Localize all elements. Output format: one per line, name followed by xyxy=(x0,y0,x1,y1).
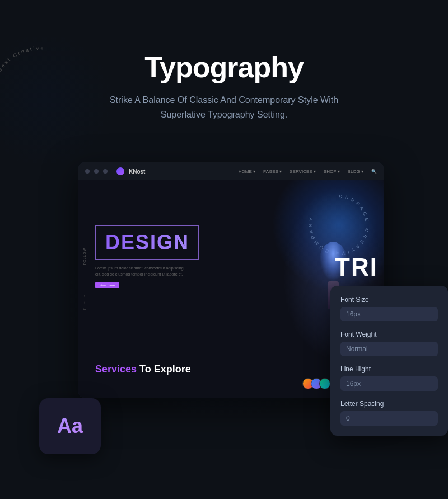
social-i: in xyxy=(83,307,86,311)
page-title: Typography xyxy=(0,50,448,84)
font-weight-value[interactable]: Normal xyxy=(340,342,438,356)
browser-dot-1 xyxy=(85,169,90,174)
services-label: Services xyxy=(95,363,137,375)
nav-search: 🔍 xyxy=(371,169,377,174)
view-more-button[interactable]: view more xyxy=(95,282,119,288)
nav-services: SERVICES ▾ xyxy=(290,169,316,174)
design-text-box: DESIGN xyxy=(95,225,199,260)
nav-shop: SHOP ▾ xyxy=(324,169,340,174)
browser-logo-text: KNost xyxy=(129,169,145,175)
nav-blog: BLOG ▾ xyxy=(348,169,363,174)
line-height-label: Line Hight xyxy=(340,365,438,373)
font-weight-section: Font Weight Normal xyxy=(340,330,438,356)
social-t: t xyxy=(84,301,85,304)
line-height-value[interactable]: 16px xyxy=(340,376,438,391)
typography-panel: Font Size 16px Font Weight Normal Line H… xyxy=(330,286,448,436)
page-header: Typography Strike A Balance Of Classic A… xyxy=(0,50,448,122)
browser-bar: KNost HOME ▾ PAGES ▾ SERVICES ▾ SHOP ▾ B… xyxy=(78,162,384,180)
design-description: Lorem ipsum dolor sit amet, consectetur … xyxy=(95,265,185,277)
design-hero: DESIGN Lorem ipsum dolor sit amet, conse… xyxy=(95,225,274,288)
browser-dot-3 xyxy=(103,169,108,174)
follow-line xyxy=(85,268,85,291)
letter-spacing-value[interactable]: 0 xyxy=(340,411,438,426)
font-size-section: Font Size 16px xyxy=(340,296,438,321)
letter-spacing-label: Letter Spacing xyxy=(340,400,438,408)
font-size-label: Font Size xyxy=(340,296,438,304)
browser-dot-2 xyxy=(94,169,99,174)
aa-typography-icon: Aa xyxy=(39,398,101,454)
nav-pages: PAGES ▾ xyxy=(263,169,282,174)
follow-sidebar: FOLLOW f t in xyxy=(83,248,86,311)
letter-spacing-section: Letter Spacing 0 xyxy=(340,400,438,426)
line-height-section: Line Hight 16px xyxy=(340,365,438,391)
social-f: f xyxy=(84,294,85,297)
tri-text: TRI xyxy=(335,253,378,281)
follow-label: FOLLOW xyxy=(83,248,86,265)
font-size-value[interactable]: 16px xyxy=(340,307,438,321)
browser-nav: HOME ▾ PAGES ▾ SERVICES ▾ SHOP ▾ BLOG ▾ … xyxy=(239,169,377,174)
explore-label: To Explore xyxy=(139,363,191,375)
font-weight-label: Font Weight xyxy=(340,330,438,338)
main-content: KNost HOME ▾ PAGES ▾ SERVICES ▾ SHOP ▾ B… xyxy=(45,162,437,477)
avatar-3 xyxy=(319,378,330,389)
page-subtitle: Strike A Balance Of Classic And Contempo… xyxy=(90,93,358,122)
browser-logo-icon xyxy=(116,167,124,175)
design-text: DESIGN xyxy=(105,231,189,254)
aa-label: Aa xyxy=(57,414,83,438)
services-text: Services To Explore xyxy=(95,363,191,375)
nav-home: HOME ▾ xyxy=(239,169,255,174)
